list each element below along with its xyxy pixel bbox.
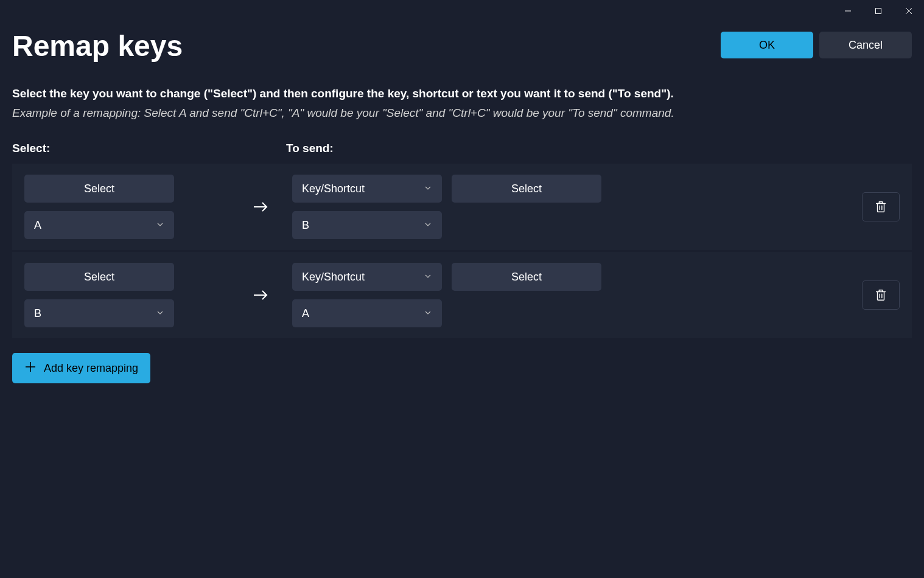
send-type-dropdown[interactable]: Key/Shortcut — [292, 175, 442, 203]
arrow-right-icon — [251, 286, 270, 304]
tosend-column-header: To send: — [286, 142, 334, 155]
chevron-down-icon — [424, 307, 432, 320]
tosend-top-group: Key/Shortcut Select — [292, 175, 601, 203]
maximize-button[interactable] — [863, 0, 894, 22]
select-key-value: B — [34, 307, 41, 320]
send-type-value: Key/Shortcut — [302, 271, 365, 284]
select-key-button[interactable]: Select — [24, 263, 174, 291]
content-area: Remap keys OK Cancel Select the key you … — [0, 22, 924, 395]
send-key-value: A — [302, 307, 309, 320]
select-send-button[interactable]: Select — [452, 175, 601, 203]
remap-row: Select B Key/Shortcut — [12, 252, 912, 338]
select-key-dropdown[interactable]: B — [24, 299, 174, 327]
example-text: Example of a remapping: Select A and sen… — [12, 106, 912, 120]
trash-icon — [874, 200, 887, 214]
description-text: Select the key you want to change ("Sele… — [12, 87, 912, 100]
chevron-down-icon — [156, 307, 164, 320]
header-row: Remap keys OK Cancel — [12, 29, 912, 63]
select-key-button[interactable]: Select — [24, 175, 174, 203]
delete-row-button[interactable] — [862, 280, 900, 310]
maximize-icon — [875, 7, 882, 15]
svg-rect-1 — [876, 9, 881, 14]
select-column: Select A — [24, 175, 228, 239]
chevron-down-icon — [424, 219, 432, 232]
chevron-down-icon — [156, 219, 164, 232]
header-buttons: OK Cancel — [721, 32, 912, 58]
tosend-column: Key/Shortcut Select B — [292, 175, 601, 239]
send-key-value: B — [302, 219, 309, 232]
select-column: Select B — [24, 263, 228, 327]
minimize-button[interactable] — [833, 0, 863, 22]
arrow-separator — [228, 286, 292, 304]
close-icon — [905, 7, 912, 15]
add-remapping-label: Add key remapping — [44, 362, 138, 375]
page-title: Remap keys — [12, 29, 183, 63]
close-button[interactable] — [894, 0, 924, 22]
arrow-separator — [228, 198, 292, 216]
ok-button[interactable]: OK — [721, 32, 813, 58]
send-type-dropdown[interactable]: Key/Shortcut — [292, 263, 442, 291]
tosend-column: Key/Shortcut Select A — [292, 263, 601, 327]
plus-icon — [24, 361, 37, 376]
minimize-icon — [844, 7, 852, 15]
trash-icon — [874, 288, 887, 302]
remap-row: Select A Key/Shortcut — [12, 164, 912, 250]
chevron-down-icon — [424, 271, 432, 284]
cancel-button[interactable]: Cancel — [819, 32, 912, 58]
select-column-header: Select: — [12, 142, 286, 155]
tosend-top-group: Key/Shortcut Select — [292, 263, 601, 291]
delete-row-button[interactable] — [862, 192, 900, 221]
send-key-dropdown[interactable]: A — [292, 299, 442, 327]
arrow-right-icon — [251, 198, 270, 216]
select-send-button[interactable]: Select — [452, 263, 601, 291]
chevron-down-icon — [424, 183, 432, 195]
add-remapping-button[interactable]: Add key remapping — [12, 353, 150, 383]
select-key-dropdown[interactable]: A — [24, 211, 174, 239]
select-key-value: A — [34, 219, 41, 232]
titlebar — [0, 0, 924, 22]
send-type-value: Key/Shortcut — [302, 183, 365, 195]
column-headers: Select: To send: — [12, 142, 912, 155]
send-key-dropdown[interactable]: B — [292, 211, 442, 239]
